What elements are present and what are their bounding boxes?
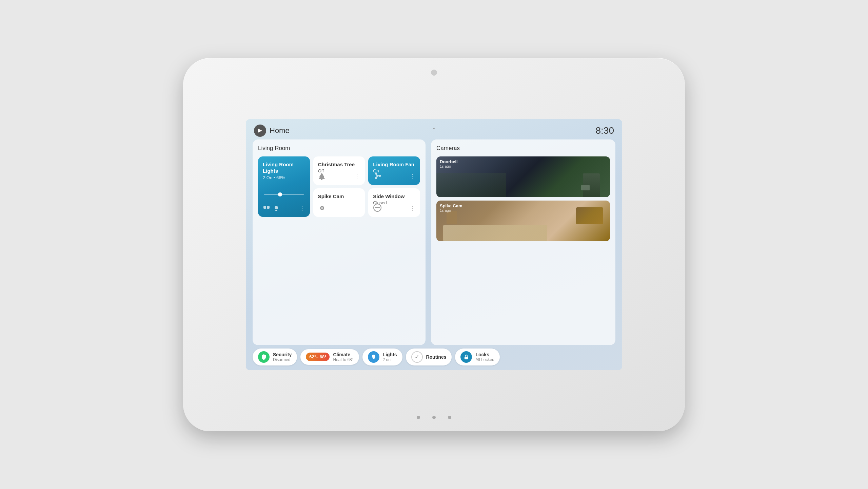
climate-sublabel: Heat to 68° (333, 357, 353, 362)
fan-icon (373, 171, 382, 180)
routines-check-icon: ✓ (411, 351, 423, 363)
lights-sublabel: 2 on (383, 357, 397, 362)
spike-cam-feed[interactable]: Spike Cam 1s ago (436, 201, 610, 241)
lights-bulb-icon (273, 205, 280, 212)
lights-text: Lights 2 on (383, 352, 397, 362)
svg-rect-17 (373, 358, 374, 359)
camera-feeds: Doorbell 1s ago Spike Cam (436, 156, 610, 241)
christmas-tree-card[interactable]: Christmas Tree Off ⋮ (313, 156, 365, 185)
svg-rect-4 (275, 210, 277, 211)
living-room-title: Living Room (258, 145, 420, 152)
svg-rect-18 (465, 357, 468, 359)
main-content: Living Room Living Room Lights 2 On • 66… (246, 139, 622, 345)
window-closed-icon (373, 203, 382, 212)
lights-card-title: Living Room Lights (263, 161, 305, 174)
svg-point-10 (378, 175, 381, 177)
security-sublabel: Disarmed (273, 357, 292, 362)
doorbell-time: 1s ago (440, 164, 458, 168)
locks-lock-icon (463, 354, 470, 360)
header-left: Home (254, 125, 290, 137)
spike-cam-icon-area (318, 204, 326, 212)
spike-cam-time: 1s ago (440, 208, 462, 212)
doorbell-bg (436, 156, 610, 197)
doorbell-label: Doorbell 1s ago (440, 159, 458, 168)
svg-rect-1 (263, 206, 266, 209)
device-shell: Home ⌄ 8:30 Living Room Living Room Ligh… (183, 58, 685, 431)
christmas-tree-more-button[interactable]: ⋮ (354, 173, 360, 180)
doorbell-feed[interactable]: Doorbell 1s ago (436, 156, 610, 197)
doorbell-name: Doorbell (440, 159, 458, 164)
lights-slider-area (263, 194, 305, 195)
side-window-card[interactable]: Side Window Closed ⋮ (368, 188, 420, 217)
fan-card[interactable]: Living Room Fan On ⋮ (368, 156, 420, 185)
locks-text: Locks All Locked (475, 352, 494, 362)
screen: Home ⌄ 8:30 Living Room Living Room Ligh… (246, 119, 622, 370)
spike-cam-name: Spike Cam (440, 203, 462, 208)
home-title: Home (270, 126, 290, 135)
climate-label: Climate (333, 352, 353, 357)
nav-dot-3 (448, 416, 451, 419)
living-room-panel: Living Room Living Room Lights 2 On • 66… (253, 139, 426, 345)
fan-icon-area (373, 171, 382, 180)
lights-group-icon (263, 205, 270, 212)
svg-marker-0 (258, 129, 262, 133)
alexa-icon (254, 125, 266, 137)
climate-badge: 62°– 68° (306, 353, 330, 361)
christmas-tree-icon-area (318, 172, 326, 180)
spike-cam-icon (318, 204, 326, 212)
security-icon-circle (258, 351, 270, 363)
routines-label: Routines (426, 354, 447, 360)
nav-dots (417, 416, 451, 419)
security-shield-icon (260, 354, 267, 360)
svg-point-3 (275, 206, 278, 209)
spike-cam-card[interactable]: Spike Cam (313, 188, 365, 217)
security-text: Security Disarmed (273, 352, 292, 362)
fan-more-button[interactable]: ⋮ (409, 173, 415, 180)
locks-pill[interactable]: Locks All Locked (455, 349, 499, 365)
locks-icon-circle (460, 351, 472, 363)
christmas-tree-title: Christmas Tree (318, 161, 360, 168)
living-room-lights-card[interactable]: Living Room Lights 2 On • 66% (258, 156, 310, 217)
lights-bulb-status-icon (370, 354, 377, 360)
svg-rect-7 (321, 179, 322, 180)
spike-cam-label: Spike Cam 1s ago (440, 203, 462, 212)
chevron-down-icon[interactable]: ⌄ (432, 125, 436, 130)
side-window-title: Side Window (373, 193, 415, 200)
side-window-icon-area (373, 203, 382, 212)
spike-cam-title: Spike Cam (318, 193, 360, 200)
lights-pill[interactable]: Lights 2 on (362, 349, 402, 365)
lights-icon-area (263, 205, 280, 212)
header: Home ⌄ 8:30 (246, 119, 622, 139)
svg-point-8 (376, 175, 378, 177)
lights-slider-thumb (278, 192, 282, 196)
nav-dot-1 (417, 416, 420, 419)
cameras-title: Cameras (436, 145, 610, 152)
lights-slider-track[interactable] (264, 194, 304, 195)
fan-card-title: Living Room Fan (373, 161, 415, 168)
climate-pill[interactable]: 62°– 68° Climate Heat to 68° (300, 349, 359, 365)
routines-pill[interactable]: ✓ Routines (406, 349, 452, 365)
nav-dot-2 (432, 416, 436, 419)
lights-card-subtitle: 2 On • 66% (263, 175, 305, 180)
lights-label: Lights (383, 352, 397, 357)
lights-more-button[interactable]: ⋮ (299, 205, 305, 212)
security-label: Security (273, 352, 292, 357)
routines-text: Routines (426, 354, 447, 360)
spike-cam-bg (436, 201, 610, 241)
security-pill[interactable]: Security Disarmed (253, 349, 297, 365)
svg-point-13 (321, 207, 323, 209)
christmas-tree-icon (318, 172, 326, 180)
time-display: 8:30 (596, 125, 614, 136)
devices-grid: Living Room Lights 2 On • 66% (258, 156, 420, 217)
climate-text: Climate Heat to 68° (333, 352, 353, 362)
side-window-more-button[interactable]: ⋮ (409, 205, 415, 212)
bottom-bar: Security Disarmed 62°– 68° Climate Heat … (246, 345, 622, 370)
lights-icon-circle (368, 351, 379, 363)
locks-label: Locks (475, 352, 494, 357)
cameras-panel: Cameras Doorbell 1s ago (431, 139, 615, 345)
locks-sublabel: All Locked (475, 357, 494, 362)
svg-point-16 (372, 355, 375, 358)
svg-rect-2 (267, 206, 270, 209)
